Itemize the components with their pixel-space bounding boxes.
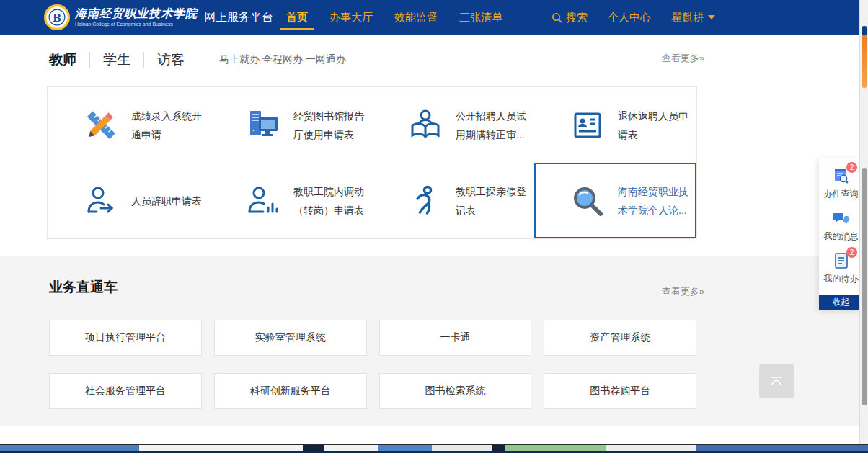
pencil-ruler-icon: [84, 108, 118, 143]
divider: [89, 52, 90, 68]
quick-service-grid: 成绩录入系统开通申请 经贸图书馆报告厅使用申请表: [47, 86, 697, 239]
floating-side-panel: 2 办件查询 我的消息 2 我的待办 收起: [819, 158, 863, 310]
magnifier-icon: [570, 184, 605, 218]
biz-button-social-service[interactable]: 社会服务管理平台: [49, 373, 202, 409]
service-card-label: 人员辞职申请表: [131, 192, 205, 210]
main-nav: 首页 办事大厅 效能监督 三张清单: [286, 0, 502, 35]
scrollbar-thumb-middle[interactable]: [862, 168, 867, 405]
strip-segment: [378, 445, 432, 451]
view-more-business-link[interactable]: 查看更多»: [662, 285, 704, 298]
tab-visitor[interactable]: 访客: [157, 50, 185, 69]
panel-collapse-button[interactable]: 收起: [819, 295, 863, 310]
strip-segment: [696, 445, 868, 451]
biz-button-onecard[interactable]: 一卡通: [379, 320, 532, 356]
business-section: 业务直通车 项目执行管理平台 实验室管理系统 一卡通 资产管理系统 社会服务管理…: [0, 256, 859, 426]
panel-item-case-query[interactable]: 2 办件查询: [819, 167, 863, 200]
nav-item-service-hall[interactable]: 办事大厅: [329, 0, 373, 35]
biz-button-asset-mgmt[interactable]: 资产管理系统: [544, 320, 696, 356]
top-navbar: B 海南经贸职业技术学院 Hainan College of Economics…: [0, 0, 859, 35]
page-scrollbar[interactable]: [859, 0, 868, 453]
person-book-icon: [408, 108, 443, 143]
case-query-badge: 2: [846, 162, 857, 173]
service-card-label: 海南经贸职业技术学院个人论...: [618, 182, 691, 220]
back-to-top-icon: [766, 371, 787, 391]
svg-text:B: B: [53, 12, 61, 24]
service-card-label: 教职工探亲假登记表: [456, 182, 529, 220]
service-card-label: 退休返聘人员申请表: [618, 107, 691, 144]
panel-item-todo[interactable]: 2 我的待办: [819, 252, 863, 285]
college-name-en: Hainan College of Economics and Business: [75, 22, 198, 27]
scrollbar-thumb-top[interactable]: [862, 26, 867, 88]
service-card-recruitment[interactable]: 公开招聘人员试用期满转正审...: [372, 87, 534, 163]
panel-item-label: 我的消息: [819, 230, 863, 243]
panel-item-label: 办件查询: [819, 188, 863, 200]
business-section-title: 业务直通车: [49, 278, 118, 297]
strip-segment: [303, 445, 324, 451]
search-icon: [552, 12, 562, 23]
back-to-top-button[interactable]: [759, 364, 794, 398]
service-card-score-entry[interactable]: 成绩录入系统开通申请: [48, 87, 210, 163]
portal-page: B 海南经贸职业技术学院 Hainan College of Economics…: [0, 0, 868, 453]
strip-segment: [432, 445, 492, 451]
service-card-label: 成绩录入系统开通申请: [131, 107, 205, 144]
biz-button-book-recommend[interactable]: 图书荐购平台: [544, 373, 696, 409]
service-card-label: 公开招聘人员试用期满转正审...: [456, 107, 529, 144]
navbar-right-group: 搜索 个人中心 瞿麒耕: [552, 11, 715, 24]
id-card-icon: [570, 108, 605, 143]
strip-segment: [505, 445, 606, 451]
service-card-label: 经贸图书馆报告厅使用申请表: [293, 107, 367, 144]
role-tabs: 教师 学生 访客 马上就办 全程网办 一网通办: [49, 43, 346, 76]
strip-segment: [492, 445, 505, 451]
service-card-resignation[interactable]: 人员辞职申请表: [48, 163, 210, 238]
personal-center-link[interactable]: 个人中心: [608, 11, 651, 24]
person-walking-icon: [408, 184, 443, 218]
college-name-cn: 海南经贸职业技术学院: [75, 8, 198, 19]
service-slogan: 马上就办 全程网办 一网通办: [219, 53, 346, 66]
nav-item-home[interactable]: 首页: [286, 0, 308, 35]
panel-item-messages[interactable]: 我的消息: [819, 210, 863, 243]
search-label: 搜索: [566, 11, 588, 24]
panel-item-label: 我的待办: [819, 273, 863, 285]
person-chart-icon: [246, 184, 280, 218]
strip-segment: [0, 445, 139, 451]
business-grid: 项目执行管理平台 实验室管理系统 一卡通 资产管理系统 社会服务管理平台 科研创…: [49, 320, 696, 409]
user-dropdown[interactable]: 瞿麒耕: [671, 11, 715, 24]
nav-item-efficiency[interactable]: 效能监督: [394, 0, 438, 35]
service-card-library-hall[interactable]: 经贸图书馆报告厅使用申请表: [210, 87, 372, 163]
platform-title: 网上服务平台: [204, 10, 273, 25]
messages-icon: [833, 210, 850, 227]
view-more-services-link[interactable]: 查看更多»: [662, 52, 704, 65]
desktop-computer-icon: [246, 108, 280, 143]
biz-button-research-platform[interactable]: 科研创新服务平台: [214, 373, 367, 409]
biz-button-project-mgmt[interactable]: 项目执行管理平台: [49, 320, 202, 356]
username: 瞿麒耕: [671, 11, 704, 24]
service-card-rehire[interactable]: 退休返聘人员申请表: [534, 87, 696, 163]
person-resign-icon: [84, 184, 118, 218]
nav-item-three-lists[interactable]: 三张清单: [459, 0, 502, 35]
tab-teacher[interactable]: 教师: [49, 50, 76, 69]
divider: [143, 52, 144, 68]
tab-student[interactable]: 学生: [103, 50, 130, 69]
strip-segment: [139, 445, 303, 451]
chevron-down-icon: [708, 15, 715, 19]
service-card-transfer[interactable]: 教职工院内调动（转岗）申请表: [210, 163, 372, 238]
service-card-label: 教职工院内调动（转岗）申请表: [293, 182, 367, 220]
bottom-compressed-strip: [0, 444, 868, 453]
college-name: 海南经贸职业技术学院 Hainan College of Economics a…: [75, 8, 198, 27]
service-card-home-leave[interactable]: 教职工探亲假登记表: [372, 163, 534, 238]
search-button[interactable]: 搜索: [552, 11, 588, 24]
todo-badge: 2: [846, 247, 857, 258]
strip-segment: [606, 445, 696, 451]
college-logo-icon: B: [43, 4, 71, 31]
service-card-personal-forum[interactable]: 海南经贸职业技术学院个人论...: [534, 163, 696, 238]
biz-button-book-search[interactable]: 图书检索系统: [379, 373, 532, 409]
biz-button-lab-system[interactable]: 实验室管理系统: [214, 320, 367, 356]
strip-segment: [324, 445, 378, 451]
